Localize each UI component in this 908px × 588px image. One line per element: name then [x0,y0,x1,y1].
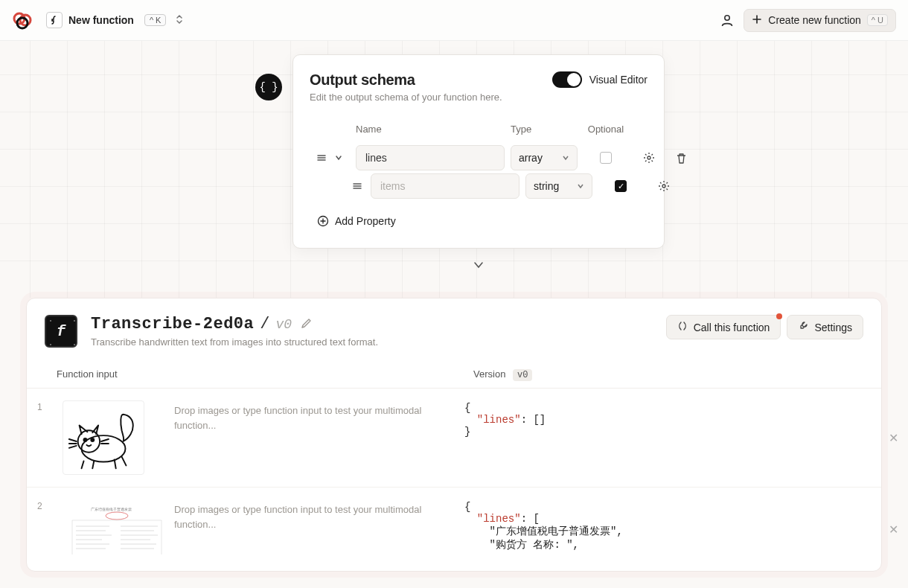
create-shortcut-hint: ^ U [867,14,888,26]
create-function-label: Create new function [768,14,861,26]
property-name-input[interactable] [356,145,505,170]
wrench-icon [798,321,808,333]
search-shortcut-hint: ^ K [144,14,167,26]
property-type-select[interactable]: array [511,145,578,170]
close-icon[interactable]: ✕ [889,431,908,445]
optional-checkbox[interactable] [600,152,612,164]
user-icon[interactable] [717,10,738,31]
property-name-input[interactable] [371,173,519,199]
expand-toggle-icon[interactable] [335,154,350,162]
function-title: Transcribe-2ed0a [91,315,254,333]
property-row-nested: string [314,172,648,200]
svg-point-4 [648,156,650,159]
drag-handle-icon[interactable] [350,182,365,191]
row-index: 1 [37,400,55,412]
gear-icon[interactable] [634,152,664,164]
add-property-button[interactable]: Add Property [314,211,648,231]
column-header-type: Type [511,124,578,135]
plus-icon [752,14,762,27]
drag-handle-icon[interactable] [314,153,329,162]
updown-icon[interactable] [175,14,184,27]
property-type-select[interactable]: string [525,173,592,199]
function-description: Transcribe handwritten text from images … [91,336,378,348]
visual-editor-toggle-label: Visual Editor [589,74,648,86]
property-row: array [314,144,648,172]
add-property-label: Add Property [335,215,396,227]
example-image-thumbnail[interactable] [63,400,144,475]
svg-text:广东增值税电子普通发票: 广东增值税电子普通发票 [91,507,132,511]
output-schema-panel: Output schema Edit the output schema of … [292,54,665,249]
svg-point-3 [725,16,729,20]
schema-node-icon: { } [255,74,282,100]
canvas-area: { } Output schema Edit the output schema… [0,41,908,298]
input-placeholder-text[interactable]: Drop images or type function input to te… [174,499,457,531]
separator: / [260,315,269,333]
version-chip: v0 [513,369,532,381]
call-function-button[interactable]: Call this function [666,315,781,339]
svg-rect-11 [68,504,165,556]
output-json: { "lines": [] } [464,400,881,438]
column-header-version: Version [473,368,505,380]
svg-point-5 [662,185,665,188]
input-placeholder-text[interactable]: Drop images or type function input to te… [174,400,457,432]
panel-title: Output schema [310,71,502,89]
cat-drawing-icon [63,401,144,474]
settings-button[interactable]: Settings [787,315,863,339]
example-image-thumbnail[interactable]: 广东增值税电子普通发票 [63,499,167,559]
function-badge-icon [46,12,63,28]
collapse-panel-icon[interactable] [470,256,487,274]
trash-icon[interactable] [670,153,692,164]
invoice-thumbnail-icon: 广东增值税电子普通发票 [68,504,165,556]
svg-point-10 [91,438,94,441]
function-version: v0 [275,317,292,332]
pencil-icon[interactable] [301,318,312,331]
settings-label: Settings [814,322,852,333]
example-row: 1 Drop images or type function input to … [27,389,881,488]
optional-checkbox[interactable] [615,180,627,192]
column-header-optional: Optional [584,124,628,135]
notification-dot [776,313,782,319]
svg-point-9 [83,438,86,441]
function-avatar-icon: f [45,315,77,348]
row-index: 2 [37,499,55,511]
top-bar: New function ^ K Create new function ^ U [0,0,908,41]
logo-icon [12,10,33,31]
panel-subtitle: Edit the output schema of your function … [310,92,502,103]
breadcrumb-function-name[interactable]: New function [68,14,134,26]
close-icon[interactable]: ✕ [889,523,908,537]
function-detail-pane: f Transcribe-2ed0a / v0 Transcribe handw… [26,298,882,572]
parentheses-icon [677,321,688,333]
output-json: { "lines": [ "广东增值税电子普通发票", "购货方 名称: ", [464,499,881,552]
gear-icon[interactable] [649,180,679,192]
svg-point-7 [82,435,126,461]
column-header-function-input: Function input [57,368,473,380]
create-function-button[interactable]: Create new function ^ U [744,9,896,32]
call-function-label: Call this function [694,322,770,333]
visual-editor-toggle[interactable] [552,71,582,88]
column-header-name: Name [356,124,505,135]
example-row: 2 广东增值税电子普通发票 Drop images or type f [27,488,881,571]
